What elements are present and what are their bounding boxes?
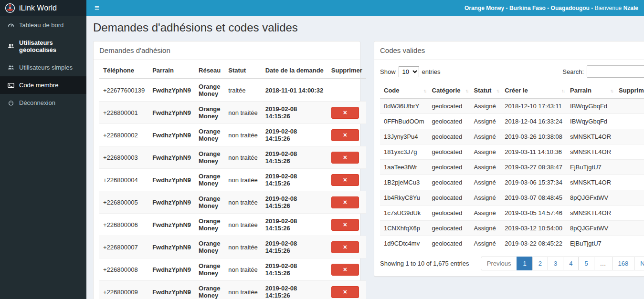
cell-statut: non traitée <box>224 102 261 124</box>
cell-categorie: geolocated <box>428 129 470 144</box>
pagination: Previous12345…168Next <box>481 257 644 270</box>
sidebar-item-label: Déconnexion <box>19 99 55 106</box>
adhesion-row: +226800004FwdhzYphN9Orange Moneynon trai… <box>99 169 366 191</box>
delete-button[interactable]: × <box>331 241 359 253</box>
cell-telephone: +226800008 <box>99 258 148 281</box>
delete-button[interactable]: × <box>331 152 359 164</box>
sidebar-item-deconnexion[interactable]: Déconnexion <box>0 94 86 112</box>
cell-parrain: 8pQJGFxtWV <box>566 190 615 206</box>
column-header-sortable[interactable]: Code↑↓ <box>380 82 428 99</box>
cell-cree-le: 2019-03-06 15:37:34 <box>501 175 566 190</box>
cell-code: 1b4RkyC8Yu <box>380 190 428 206</box>
codes-table: Code↑↓Catégorie↑↓Statut↑↓Créer le↑↓Parra… <box>380 82 644 251</box>
cell-reseau: Orange Money <box>195 281 224 299</box>
cell-cree-le: 2019-03-26 10:38:08 <box>501 129 566 144</box>
page-button-previous: Previous <box>481 257 517 270</box>
hamburger-icon: ≡ <box>95 3 99 13</box>
cell-supprimer <box>615 221 644 236</box>
cell-supprimer: × <box>327 169 366 191</box>
page-button-1[interactable]: 1 <box>517 257 532 270</box>
cell-cree-le: 2019-03-27 08:38:47 <box>501 160 566 175</box>
adhesion-row: +226800006FwdhzYphN9Orange Moneynon trai… <box>99 214 366 236</box>
page-button-next[interactable]: Next <box>634 257 644 270</box>
page-button-3[interactable]: 3 <box>548 257 563 270</box>
sidebar-item-utilisateurs-geolocalises[interactable]: Utilisateurs géolocalisés <box>0 34 86 59</box>
cell-statut: Assigné <box>470 221 501 236</box>
column-header: Téléphone <box>99 62 148 79</box>
sidebar-toggle-button[interactable]: ≡ <box>86 0 107 16</box>
sidebar-item-utilisateurs-simples[interactable]: Utilisateurs simples <box>0 59 86 76</box>
show-label: Show <box>380 68 396 75</box>
cell-telephone: +226800007 <box>99 236 148 258</box>
cell-parrain: FwdhzYphN9 <box>148 258 195 281</box>
adhesions-panel-title: Demandes d'adhésion <box>94 41 360 60</box>
page-length-select[interactable]: 10 <box>399 66 419 77</box>
cell-code: 1aaTee3fWr <box>380 160 428 175</box>
cell-statut: Assigné <box>470 129 501 144</box>
topbar-location: Orange Money - Burkina Faso - Ouagadougo… <box>465 5 593 11</box>
cell-statut: non traitée <box>224 236 261 258</box>
sidebar-item-label: Utilisateurs géolocalisés <box>19 39 79 53</box>
cell-cree-le: 2019-03-22 08:45:22 <box>501 236 566 251</box>
entries-label: entries <box>422 68 441 75</box>
code-row: 1B2pjeMCu3geolocatedAssigné2019-03-06 15… <box>380 175 644 190</box>
cell-cree-le: 2018-12-10 17:43:11 <box>501 99 566 114</box>
cell-supprimer <box>615 114 644 129</box>
column-header-sortable[interactable]: Catégorie↑↓ <box>428 82 470 99</box>
power-icon <box>7 99 14 106</box>
delete-button[interactable]: × <box>331 264 359 276</box>
adhesion-row: +226800001FwdhzYphN9Orange Moneynon trai… <box>99 102 366 124</box>
cell-statut: Assigné <box>470 99 501 114</box>
search-input[interactable] <box>587 65 644 78</box>
search-label: Search: <box>562 68 584 75</box>
sidebar-item-tableau-de-bord[interactable]: Tableau de bord <box>0 16 86 34</box>
sidebar: iLink World Tableau de bord Utilisateurs… <box>0 0 86 299</box>
cell-supprimer: × <box>327 281 366 299</box>
cell-code: 181yxc3J7g <box>380 144 428 160</box>
delete-button[interactable]: × <box>331 107 359 119</box>
users-icon <box>7 43 14 50</box>
cell-statut: Assigné <box>470 144 501 160</box>
cell-statut: non traitée <box>224 169 261 191</box>
column-header-sortable[interactable]: Supprimer↑↓ <box>615 82 644 99</box>
cell-telephone: +226800003 <box>99 146 148 169</box>
page-button-168[interactable]: 168 <box>612 257 635 270</box>
cell-date: 2019-02-08 14:15:26 <box>262 258 327 281</box>
cell-cree-le: 2019-03-11 14:10:36 <box>501 144 566 160</box>
cell-telephone: +226800004 <box>99 169 148 191</box>
cell-statut: non traitée <box>224 281 261 299</box>
cell-statut: Assigné <box>470 114 501 129</box>
cell-supprimer <box>615 175 644 190</box>
cell-date: 2019-02-08 14:15:26 <box>262 236 327 258</box>
delete-button[interactable]: × <box>331 286 359 298</box>
cell-date: 2019-02-08 14:15:26 <box>262 124 327 146</box>
page-button-2[interactable]: 2 <box>532 257 548 270</box>
datatable-controls: Show 10 entries Search: <box>380 65 644 78</box>
cell-code: 1c7sUG9dUk <box>380 206 428 221</box>
delete-button[interactable]: × <box>331 129 359 141</box>
page-button-5[interactable]: 5 <box>578 257 594 270</box>
cell-statut: non traitée <box>224 124 261 146</box>
delete-button[interactable]: × <box>331 219 359 231</box>
cell-parrain: FwdhzYphN9 <box>148 124 195 146</box>
page-button-4[interactable]: 4 <box>563 257 579 270</box>
code-row: 181yxc3J7ggeolocatedAssigné2019-03-11 14… <box>380 144 644 160</box>
column-header-sortable[interactable]: Parrain↑↓ <box>566 82 615 99</box>
column-header-sortable[interactable]: Créer le↑↓ <box>501 82 566 99</box>
cell-date: 2019-02-08 14:15:26 <box>262 102 327 124</box>
cell-parrain: FwdhzYphN9 <box>148 236 195 258</box>
showing-entries-text: Showing 1 to 10 of 1,675 entries <box>380 260 469 267</box>
sidebar-item-label: Tableau de bord <box>19 21 63 29</box>
cell-reseau: Orange Money <box>195 236 224 258</box>
codes-panel: Codes valides Show 10 entries Search: <box>374 41 644 277</box>
delete-button[interactable]: × <box>331 196 359 208</box>
cell-supprimer <box>327 79 366 102</box>
sidebar-item-code-membre[interactable]: Code membre <box>0 76 86 94</box>
cell-statut: Assigné <box>470 160 501 175</box>
cell-code: 0dW36UfbrY <box>380 99 428 114</box>
column-header-sortable[interactable]: Statut↑↓ <box>470 82 501 99</box>
delete-button[interactable]: × <box>331 174 359 186</box>
adhesions-table: TéléphoneParrainRéseauStatutDate de la d… <box>99 62 366 299</box>
page-button-…: … <box>594 257 612 270</box>
code-row: 0FFhBudOOmgeolocatedAssigné2018-12-04 16… <box>380 114 644 129</box>
